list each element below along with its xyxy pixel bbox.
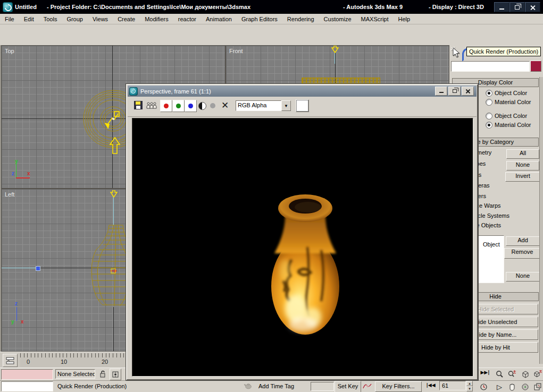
render-close-button[interactable]	[462, 87, 474, 96]
render-minimize-button[interactable]	[435, 87, 447, 96]
selection-lock-toggle[interactable]	[98, 369, 107, 379]
menu-animation[interactable]: Animation	[201, 15, 237, 23]
frame-spinner[interactable]: ▲▼	[466, 381, 473, 391]
shaded-object-color-radio[interactable]	[486, 113, 492, 120]
zoom-all-button[interactable]	[506, 368, 518, 380]
minimize-button[interactable]	[494, 2, 509, 12]
alpha-channel-button[interactable]	[198, 102, 206, 110]
object-color-swatch[interactable]	[530, 61, 541, 72]
restore-icon	[515, 5, 520, 10]
play-icon: ▷	[497, 383, 502, 391]
category-invert-button[interactable]: Invert	[505, 172, 540, 182]
menu-file[interactable]: File	[0, 15, 19, 23]
zoom-extents-all-button[interactable]	[532, 368, 543, 380]
key-filters-button[interactable]: Key Filters...	[375, 381, 422, 392]
arc-rotate-icon	[521, 383, 529, 391]
add-time-tag[interactable]: Add Time Tag	[258, 383, 294, 389]
axis-x-line	[16, 177, 30, 178]
menu-views[interactable]: Views	[88, 15, 113, 23]
close-icon	[465, 89, 470, 93]
zoom-button[interactable]	[494, 368, 505, 380]
close-button[interactable]	[525, 2, 540, 12]
absolute-mode-toggle[interactable]	[110, 369, 121, 380]
title-display-driver: - Display : Direct 3D	[429, 4, 484, 10]
spinner-up-icon[interactable]: ▲	[466, 381, 473, 386]
menu-graph-editors[interactable]: Graph Editors	[237, 15, 282, 23]
menu-reactor[interactable]: reactor	[173, 15, 201, 23]
axis-z-line	[16, 307, 17, 321]
green-channel-button[interactable]	[172, 100, 185, 112]
clear-button[interactable]: ✕	[221, 100, 229, 111]
min-max-toggle-button[interactable]	[532, 381, 543, 392]
rendered-image-area	[132, 118, 473, 377]
wireframe-material-color-radio[interactable]	[486, 99, 492, 106]
menu-edit[interactable]: Edit	[19, 15, 39, 23]
prompt-line: Quick Render (Production)	[57, 383, 127, 389]
set-key-button[interactable]: Set Key	[335, 381, 361, 392]
axis-z-label: z	[12, 171, 14, 176]
quick-render-tooltip: Quick Render (Production)	[466, 47, 541, 56]
arc-rotate-button[interactable]	[519, 381, 531, 392]
render-window-toolbar: ✕ RGB Alpha▼	[128, 97, 477, 117]
render-window-title-bar[interactable]: Perspective, frame 61 (1:1)	[128, 86, 477, 97]
mini-curve-editor-icon	[6, 357, 14, 364]
background-color-swatch[interactable]	[296, 99, 309, 112]
maxscript-mini-listener-white[interactable]	[1, 381, 53, 391]
restore-button[interactable]	[509, 2, 525, 12]
object-name-field[interactable]	[451, 61, 530, 72]
channel-display-dropdown[interactable]: RGB Alpha▼	[236, 100, 291, 111]
maxscript-mini-listener-pink[interactable]	[1, 369, 53, 380]
menu-maxscript[interactable]: MAXScript	[356, 15, 394, 23]
play-animation-button[interactable]: ▷	[494, 381, 505, 392]
list-item[interactable]: Object	[483, 241, 500, 248]
save-bitmap-button[interactable]	[134, 101, 143, 109]
zoom-extents-button[interactable]	[519, 368, 531, 380]
render-maximize-button[interactable]	[448, 87, 461, 96]
pan-view-button[interactable]	[506, 381, 518, 392]
app-logo-icon	[3, 2, 13, 12]
category-none2-button[interactable]: None	[506, 272, 540, 282]
menu-tools[interactable]: Tools	[39, 15, 62, 23]
menu-group[interactable]: Group	[62, 15, 88, 23]
auto-key-curve-icon	[363, 382, 372, 390]
go-to-end-button[interactable]: ▶▶|	[478, 370, 492, 379]
spinner-down-icon[interactable]: ▼	[466, 386, 473, 391]
menu-rendering[interactable]: Rendering	[282, 15, 319, 23]
monochrome-button[interactable]	[210, 103, 215, 108]
menu-customize[interactable]: Customize	[319, 15, 356, 23]
go-to-start-button[interactable]: |◀◀	[424, 382, 438, 390]
clone-rendered-frame-button[interactable]	[146, 101, 157, 110]
wireframe-object-color-radio[interactable]	[486, 90, 492, 97]
viewport-top-label: Top	[5, 48, 14, 54]
shaded-material-color-radio[interactable]	[486, 122, 492, 129]
category-none-button[interactable]: None	[506, 161, 539, 171]
title-document: Untitled	[15, 4, 37, 10]
axis-handle	[36, 266, 40, 271]
zoom-extents-all-icon	[533, 370, 542, 378]
go-to-start-icon: |◀◀	[426, 382, 435, 388]
open-mini-curve-editor-button[interactable]	[3, 354, 18, 367]
selected-axis-line	[2, 268, 37, 268]
viewport-front-label: Front	[229, 48, 243, 54]
category-all-button[interactable]: All	[506, 149, 539, 159]
selection-arrow-gizmo	[108, 137, 121, 156]
clone-icon	[146, 101, 157, 109]
minimize-icon	[499, 8, 504, 10]
menu-create[interactable]: Create	[113, 15, 140, 23]
selected-axis-line	[113, 197, 114, 225]
blue-channel-button[interactable]	[185, 100, 197, 112]
viewport-left-label: Left	[5, 191, 14, 198]
time-tag-field[interactable]	[311, 382, 334, 391]
time-ruler[interactable]: 0 10 20	[20, 353, 126, 367]
current-frame-field[interactable]: 61	[439, 381, 466, 390]
swatch-fill	[296, 100, 308, 112]
category-add-button[interactable]: Add	[506, 236, 540, 246]
time-configuration-button[interactable]	[478, 381, 489, 392]
red-channel-button[interactable]	[160, 100, 172, 112]
radio-label: Object Color	[495, 90, 527, 96]
category-remove-button[interactable]: Remove	[504, 248, 540, 259]
title-bar: Untitled - Project Folder: C:\Documents …	[0, 0, 543, 14]
menu-help[interactable]: Help	[394, 15, 415, 23]
menu-modifiers[interactable]: Modifiers	[140, 15, 173, 23]
panel-scrollbar[interactable]	[539, 77, 543, 364]
